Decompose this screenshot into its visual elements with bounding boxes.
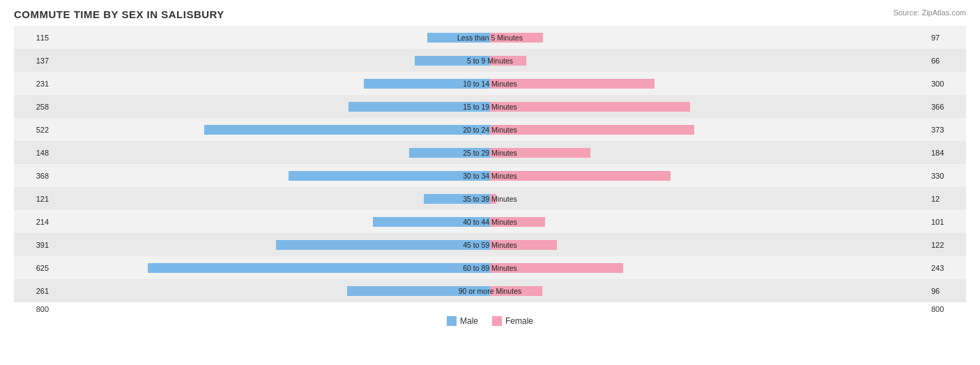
male-bar xyxy=(427,33,490,43)
left-value: 214 xyxy=(14,218,52,226)
right-value: 12 xyxy=(928,195,966,203)
female-legend-box xyxy=(492,316,502,326)
female-bar-half xyxy=(490,95,928,118)
female-bar xyxy=(490,217,545,227)
left-value: 121 xyxy=(14,195,52,203)
bars-wrap: 25 to 29 Minutes xyxy=(52,141,928,164)
bars-wrap: 15 to 19 Minutes xyxy=(52,95,928,118)
right-value: 122 xyxy=(928,241,966,249)
bars-wrap: 30 to 34 Minutes xyxy=(52,164,928,187)
chart-title: COMMUTE TIME BY SEX IN SALISBURY xyxy=(14,8,966,20)
right-value: 96 xyxy=(928,287,966,295)
chart-row: 137 5 to 9 Minutes 66 xyxy=(14,49,966,72)
male-bar-half xyxy=(52,141,490,164)
male-bar-half xyxy=(52,233,490,256)
right-value: 66 xyxy=(928,57,966,65)
left-value: 625 xyxy=(14,264,52,272)
male-bar-half xyxy=(52,72,490,95)
legend-male: Male xyxy=(447,316,478,326)
male-bar-half xyxy=(52,49,490,72)
female-bar xyxy=(490,194,496,204)
right-value: 300 xyxy=(928,80,966,88)
bars-wrap: Less than 5 Minutes xyxy=(52,26,928,49)
female-bar xyxy=(490,125,694,135)
bars-wrap: 5 to 9 Minutes xyxy=(52,49,928,72)
chart-row: 258 15 to 19 Minutes 366 xyxy=(14,95,966,118)
male-bar-half xyxy=(52,256,490,279)
male-bar xyxy=(276,240,490,250)
male-legend-box xyxy=(447,316,457,326)
chart-row: 261 90 or more Minutes 96 xyxy=(14,279,966,302)
female-bar-half xyxy=(490,26,928,49)
right-value: 97 xyxy=(928,33,966,42)
male-bar-half xyxy=(52,210,490,233)
female-bar-half xyxy=(490,256,928,279)
male-bar xyxy=(409,148,490,158)
male-bar xyxy=(424,194,490,204)
female-bar-half xyxy=(490,72,928,95)
female-bar xyxy=(490,33,543,43)
male-bar-half xyxy=(52,95,490,118)
male-bar xyxy=(349,102,490,112)
bars-wrap: 45 to 59 Minutes xyxy=(52,233,928,256)
bars-wrap: 35 to 39 Minutes xyxy=(52,187,928,210)
female-bar-half xyxy=(490,187,928,210)
left-value: 148 xyxy=(14,149,52,157)
left-value: 261 xyxy=(14,287,52,295)
female-bar-half xyxy=(490,164,928,187)
female-legend-label: Female xyxy=(505,316,533,326)
chart-container: COMMUTE TIME BY SEX IN SALISBURY Source:… xyxy=(0,0,980,365)
chart-row: 391 45 to 59 Minutes 122 xyxy=(14,233,966,256)
female-bar xyxy=(490,263,623,273)
right-value: 243 xyxy=(928,264,966,272)
left-value: 115 xyxy=(14,33,52,42)
male-bar xyxy=(373,217,490,227)
female-bar xyxy=(490,79,654,89)
right-value: 101 xyxy=(928,218,966,226)
male-bar xyxy=(204,125,490,135)
bars-wrap: 20 to 24 Minutes xyxy=(52,118,928,141)
chart-row: 368 30 to 34 Minutes 330 xyxy=(14,164,966,187)
chart-row: 522 20 to 24 Minutes 373 xyxy=(14,118,966,141)
female-bar-half xyxy=(490,233,928,256)
bars-wrap: 10 to 14 Minutes xyxy=(52,72,928,95)
male-bar xyxy=(347,286,490,296)
female-bar-half xyxy=(490,279,928,302)
chart-row: 115 Less than 5 Minutes 97 xyxy=(14,26,966,49)
chart-row: 214 40 to 44 Minutes 101 xyxy=(14,210,966,233)
right-value: 184 xyxy=(928,149,966,157)
source-text: Source: ZipAtlas.com xyxy=(893,8,966,17)
female-bar xyxy=(490,102,690,112)
bars-wrap: 40 to 44 Minutes xyxy=(52,210,928,233)
female-bar-half xyxy=(490,118,928,141)
axis-row: 800 800 xyxy=(14,305,966,313)
male-bar xyxy=(148,263,490,273)
chart-row: 231 10 to 14 Minutes 300 xyxy=(14,72,966,95)
male-bar-half xyxy=(52,187,490,210)
male-bar xyxy=(289,171,490,181)
left-value: 522 xyxy=(14,126,52,134)
female-bar-half xyxy=(490,210,928,233)
legend-female: Female xyxy=(492,316,533,326)
left-value: 368 xyxy=(14,172,52,180)
female-bar-half xyxy=(490,141,928,164)
left-value: 258 xyxy=(14,103,52,111)
male-legend-label: Male xyxy=(460,316,478,326)
male-bar xyxy=(364,79,490,89)
female-bar xyxy=(490,286,542,296)
male-bar-half xyxy=(52,279,490,302)
male-bar xyxy=(415,56,490,66)
bars-wrap: 60 to 89 Minutes xyxy=(52,256,928,279)
female-bar-half xyxy=(490,49,928,72)
left-value: 137 xyxy=(14,57,52,65)
male-bar-half xyxy=(52,118,490,141)
chart-row: 625 60 to 89 Minutes 243 xyxy=(14,256,966,279)
axis-left-label: 800 xyxy=(14,305,52,313)
right-value: 330 xyxy=(928,172,966,180)
chart-row: 121 35 to 39 Minutes 12 xyxy=(14,187,966,210)
left-value: 391 xyxy=(14,241,52,249)
right-value: 366 xyxy=(928,103,966,111)
male-bar-half xyxy=(52,26,490,49)
female-bar xyxy=(490,240,557,250)
axis-right-label: 800 xyxy=(928,305,966,313)
